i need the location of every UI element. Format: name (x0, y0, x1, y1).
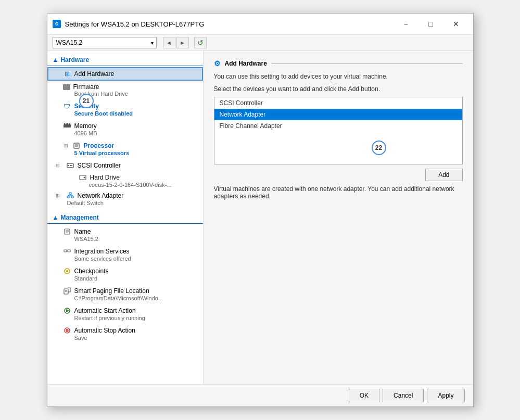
svg-rect-8 (68, 165, 69, 166)
memory-icon (63, 122, 71, 130)
name-label: Name (74, 228, 91, 235)
checkpoints-icon (63, 267, 71, 275)
panel-title: ⚙ Add Hardware (214, 59, 463, 68)
apply-button[interactable]: Apply (427, 389, 464, 402)
forward-button[interactable]: ► (176, 37, 189, 48)
processor-label: Processor (84, 142, 115, 149)
panel-title-text: Add Hardware (225, 60, 267, 67)
network-adapter-sub: Default Switch (56, 200, 197, 206)
svg-rect-3 (67, 123, 68, 125)
add-hardware-icon: ⊞ (63, 70, 71, 78)
network-icon (66, 192, 74, 200)
auto-start-label: Automatic Start Action (74, 307, 136, 314)
add-btn-row: Add (214, 169, 463, 181)
smart-paging-icon (63, 287, 71, 295)
title-bar: ⚙ Settings for WSA15.2 on DESKTOP-L677PT… (47, 14, 473, 35)
scsi-expand-icon[interactable]: ⊟ (56, 163, 62, 168)
integration-sub: Some services offered (63, 256, 197, 262)
sidebar-item-network-adapter[interactable]: ⊞ Network Adapter Default Switch (47, 189, 203, 209)
sidebar-item-firmware[interactable]: Firmware Boot from Hard Drive (47, 81, 203, 99)
firmware-label: Firmware (73, 83, 99, 91)
title-bar-left: ⚙ Settings for WSA15.2 on DESKTOP-L677PT… (53, 20, 205, 28)
ok-button[interactable]: OK (349, 389, 379, 402)
sidebar-item-checkpoints[interactable]: Checkpoints Standard (47, 264, 203, 284)
panel-note: Virtual machines are created with one ne… (214, 185, 463, 200)
auto-stop-label: Automatic Stop Action (74, 327, 135, 334)
vm-dropdown-wrap: WSA15.2 (53, 37, 157, 48)
sidebar-item-security[interactable]: 🛡 Security Secure Boot disabled (47, 99, 203, 119)
sidebar-item-smart-paging[interactable]: Smart Paging File Location C:\ProgramDat… (47, 284, 203, 304)
sidebar-item-name[interactable]: Name WSA15.2 (47, 225, 203, 245)
auto-stop-sub: Save (63, 335, 197, 341)
title-controls: − □ ✕ (394, 17, 468, 31)
svg-point-12 (83, 177, 85, 179)
footer: OK Cancel Apply (47, 384, 473, 406)
sidebar: ▲ Hardware ⊞ Add Hardware Firmware (47, 51, 204, 384)
scsi-label: SCSI Controller (78, 162, 121, 169)
svg-rect-24 (64, 250, 67, 252)
checkpoints-label: Checkpoints (74, 268, 109, 275)
window-title: Settings for WSA15.2 on DESKTOP-L677PTG (65, 20, 205, 28)
scsi-icon (66, 161, 74, 170)
management-header-label: Management (60, 214, 98, 221)
svg-rect-6 (75, 144, 78, 147)
device-list[interactable]: SCSI Controller Network Adapter Fibre Ch… (214, 97, 463, 164)
svg-rect-15 (71, 196, 73, 198)
svg-rect-35 (66, 329, 68, 332)
settings-window: ⚙ Settings for WSA15.2 on DESKTOP-L677PT… (47, 13, 474, 407)
device-list-item-fibre[interactable]: Fibre Channel Adapter (214, 120, 462, 132)
management-section-header[interactable]: ▲ Management (47, 212, 203, 224)
checkpoints-sub: Standard (63, 275, 197, 282)
security-sub: Secure Boot disabled (63, 110, 197, 117)
outer-wrapper: 21 22 ⚙ Settings for WSA15.2 on DESKTOP-… (47, 13, 474, 407)
sidebar-item-processor[interactable]: ⊞ Processor 5 Virtual processors (47, 139, 203, 159)
hardware-header-label: Hardware (60, 56, 89, 63)
memory-label: Memory (74, 122, 97, 130)
close-button[interactable]: ✕ (444, 17, 468, 31)
name-icon (63, 227, 71, 236)
sidebar-item-integration[interactable]: Integration Services Some services offer… (47, 245, 203, 264)
device-list-item-scsi[interactable]: SCSI Controller (214, 97, 462, 109)
integration-icon (63, 247, 71, 256)
network-expand-icon[interactable]: ⊞ (56, 193, 62, 198)
svg-point-28 (66, 270, 68, 272)
network-adapter-label: Network Adapter (78, 192, 124, 199)
hard-drive-sub: coeus-15-2-0-164-S100V-disk-... (79, 182, 198, 188)
cancel-button[interactable]: Cancel (383, 389, 424, 402)
toolbar: WSA15.2 ◄ ► ↺ (47, 35, 473, 51)
nav-buttons: ◄ ► (163, 37, 189, 48)
main-panel: ⚙ Add Hardware You can use this setting … (204, 51, 473, 384)
processor-sub: 5 Virtual processors (63, 150, 197, 156)
svg-rect-4 (69, 123, 70, 125)
add-button[interactable]: Add (425, 169, 462, 181)
sidebar-item-add-hardware[interactable]: ⊞ Add Hardware (47, 67, 203, 81)
sidebar-item-memory[interactable]: Memory 4096 MB (47, 119, 203, 139)
auto-start-icon (63, 307, 71, 315)
vm-selector[interactable]: WSA15.2 (53, 37, 157, 48)
sidebar-item-auto-start[interactable]: Automatic Start Action Restart if previo… (47, 304, 203, 324)
smart-paging-label: Smart Paging File Location (74, 287, 149, 295)
processor-expand-icon[interactable]: ⊞ (63, 142, 69, 150)
device-list-item-network[interactable]: Network Adapter (214, 109, 462, 120)
sidebar-item-auto-stop[interactable]: Automatic Stop Action Save (47, 324, 203, 343)
maximize-button[interactable]: □ (419, 17, 443, 31)
add-hardware-label: Add Hardware (74, 70, 115, 78)
sidebar-item-hard-drive[interactable]: Hard Drive coeus-15-2-0-164-S100V-disk-.… (47, 172, 203, 189)
content-area: ▲ Hardware ⊞ Add Hardware Firmware (47, 51, 473, 384)
back-button[interactable]: ◄ (163, 37, 175, 48)
processor-icon (72, 142, 81, 150)
minimize-button[interactable]: − (394, 17, 418, 31)
smart-paging-sub: C:\ProgramData\Microsoft\Windo... (63, 295, 197, 301)
integration-label: Integration Services (74, 248, 130, 255)
panel-title-icon: ⚙ (214, 59, 221, 68)
hardware-section-header[interactable]: ▲ Hardware (47, 54, 203, 66)
panel-desc1: You can use this setting to add devices … (214, 73, 463, 80)
window-icon: ⚙ (53, 20, 61, 28)
sidebar-item-scsi[interactable]: ⊟ SCSI Controller (47, 159, 203, 172)
hard-drive-icon (79, 173, 87, 182)
svg-rect-2 (66, 123, 67, 125)
svg-rect-10 (71, 165, 72, 166)
auto-start-sub: Restart if previously running (63, 315, 197, 321)
auto-stop-icon (63, 326, 71, 335)
refresh-button[interactable]: ↺ (194, 37, 207, 48)
